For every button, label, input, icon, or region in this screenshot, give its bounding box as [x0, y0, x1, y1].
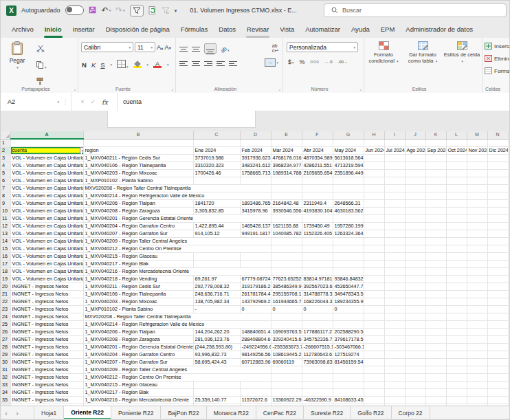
- cell-A12[interactable]: VOL - Volumen en Cajas Unitaria: [10, 222, 83, 230]
- cell-K15[interactable]: [425, 245, 446, 252]
- align-left-icon[interactable]: [179, 59, 188, 66]
- cell-E18[interactable]: [271, 267, 302, 275]
- cell-B11[interactable]: 1_MXV040201 - Región Gerencia Estatal Or…: [83, 214, 271, 222]
- cell-H10[interactable]: [364, 207, 384, 214]
- copy-icon[interactable]: ▾: [36, 59, 47, 71]
- cell-C28[interactable]: (244,258,593.80): [193, 343, 240, 351]
- font-dialog-launcher-icon[interactable]: ⌟: [171, 86, 173, 91]
- cell-N27[interactable]: [487, 335, 508, 343]
- cell-J15[interactable]: [405, 245, 425, 252]
- cell-A16[interactable]: VOL - Volumen en Cajas Unitaria: [10, 252, 83, 260]
- cell-A23[interactable]: INGNET - Ingresos Netos: [10, 305, 83, 313]
- cell-K5[interactable]: [425, 169, 446, 177]
- cell-J7[interactable]: [405, 184, 425, 192]
- cell-A9[interactable]: VOL - Volumen en Cajas Unitaria: [10, 199, 83, 207]
- cell-L25[interactable]: [446, 320, 467, 328]
- cell-B5[interactable]: 1_MXV040203 - Región Mixcoac: [83, 169, 193, 177]
- cell-B35[interactable]: 1_MXV040216 - Región Mercadotecnia Orien…: [83, 396, 193, 404]
- cell-H21[interactable]: [364, 290, 384, 298]
- cell-F33[interactable]: [302, 381, 333, 388]
- cell-G28[interactable]: -303467066.1: [333, 343, 364, 351]
- column-header-D[interactable]: D: [240, 131, 271, 139]
- cell-B25[interactable]: 1_MXV040214 - Región Refrigeracion Valle…: [83, 320, 271, 328]
- cell-M16[interactable]: [467, 252, 487, 260]
- cell-G16[interactable]: [333, 252, 364, 260]
- cell-F32[interactable]: [302, 373, 333, 381]
- insert-function-icon[interactable]: fx: [102, 98, 108, 106]
- cell-G35[interactable]: 84108633.45: [333, 396, 364, 404]
- cell-J2[interactable]: Ago 2024: [405, 146, 425, 154]
- cell-N20[interactable]: [487, 283, 508, 290]
- cell-H11[interactable]: [364, 214, 384, 222]
- cell-G9[interactable]: 2648566.31: [333, 199, 364, 207]
- cell-N12[interactable]: [487, 222, 508, 230]
- row-header-7[interactable]: 7: [1, 184, 10, 192]
- cell-J25[interactable]: [405, 320, 425, 328]
- cell-C13[interactable]: 914,105.12: [193, 230, 240, 237]
- cell-E8[interactable]: [271, 192, 302, 199]
- decrease-indent-icon[interactable]: [217, 59, 225, 66]
- cell-F11[interactable]: [302, 214, 333, 222]
- cell-I21[interactable]: [384, 290, 405, 298]
- row-header-3[interactable]: 3: [1, 154, 10, 162]
- cell-K16[interactable]: [425, 252, 446, 260]
- cell-K21[interactable]: [425, 290, 446, 298]
- cell-G10[interactable]: 4630183.562: [333, 207, 364, 214]
- cell-E10[interactable]: 3930546.556: [271, 207, 302, 214]
- cell-B20[interactable]: 1_MXV040211 - Región Cedis Sur: [83, 283, 193, 290]
- cell-L3[interactable]: [446, 154, 467, 162]
- cell-H34[interactable]: [364, 388, 384, 396]
- cell-D20[interactable]: 319179186.2: [240, 283, 271, 290]
- cell-G3[interactable]: 5613618.564: [333, 154, 364, 162]
- cell-B21[interactable]: 1_MXV040106 - Región Tlalnepantla: [83, 290, 193, 298]
- cell-C17[interactable]: [193, 260, 240, 267]
- cell-B4[interactable]: 1_MXV040106 - Región Tlalnepantla: [83, 162, 193, 169]
- column-header-A[interactable]: A: [10, 131, 83, 139]
- cell-N3[interactable]: [487, 154, 508, 162]
- cell-B16[interactable]: 1_MXV040215 - Región Glaceau: [83, 252, 193, 260]
- cell-M3[interactable]: [467, 154, 487, 162]
- cell-G18[interactable]: [333, 267, 364, 275]
- cell-J17[interactable]: [405, 260, 425, 267]
- number-dialog-launcher-icon[interactable]: ⌟: [359, 86, 362, 91]
- qat-more-icon[interactable]: ▾: [175, 8, 177, 13]
- cell-J24[interactable]: [405, 313, 425, 320]
- cell-F6[interactable]: [302, 177, 333, 184]
- cell-M26[interactable]: [467, 328, 487, 335]
- cell-J22[interactable]: [405, 298, 425, 305]
- cell-E21[interactable]: 295155708.1: [271, 290, 302, 298]
- cell-N26[interactable]: [487, 328, 508, 335]
- cell-L24[interactable]: [446, 313, 467, 320]
- cell-D10[interactable]: 3415978.96: [240, 207, 271, 214]
- cell-K29[interactable]: [425, 351, 446, 358]
- cell-K3[interactable]: [425, 154, 446, 162]
- cell-K28[interactable]: [425, 343, 446, 351]
- row-header-13[interactable]: 13: [1, 230, 10, 237]
- cell-H23[interactable]: [364, 305, 384, 313]
- cell-K9[interactable]: [425, 199, 446, 207]
- cell-A4[interactable]: VOL - Volumen en Cajas Unitaria: [10, 162, 83, 169]
- cell-E28[interactable]: -255383673.7: [271, 343, 302, 351]
- cell-L26[interactable]: [446, 328, 467, 335]
- format-cells-button[interactable]: Formato: [485, 67, 510, 74]
- cell-N31[interactable]: [487, 366, 508, 373]
- cell-J13[interactable]: [405, 230, 425, 237]
- cell-B27[interactable]: 1_MXV040208 - Región Zaragoza: [83, 335, 193, 343]
- row-header-27[interactable]: 27: [1, 335, 10, 343]
- cell-I9[interactable]: [384, 199, 405, 207]
- cell-A2[interactable]: cuenta▾: [10, 146, 83, 154]
- cell-H16[interactable]: [364, 252, 384, 260]
- cell-N17[interactable]: [487, 260, 508, 267]
- cell-M35[interactable]: [467, 396, 487, 404]
- align-right-icon[interactable]: [204, 59, 212, 66]
- cell-M24[interactable]: [467, 313, 487, 320]
- align-bottom-icon[interactable]: [204, 43, 217, 54]
- cell-J29[interactable]: [405, 351, 425, 358]
- cell-E24[interactable]: [271, 313, 302, 320]
- ribbon-tab-revisar[interactable]: Revisar: [241, 20, 274, 38]
- cell-L6[interactable]: [446, 177, 467, 184]
- cell-A3[interactable]: VOL - Volumen en Cajas Unitaria: [10, 154, 83, 162]
- cell-M23[interactable]: [467, 305, 487, 313]
- cell-F29[interactable]: 112780643.6: [302, 351, 333, 358]
- cell-I14[interactable]: [384, 237, 405, 245]
